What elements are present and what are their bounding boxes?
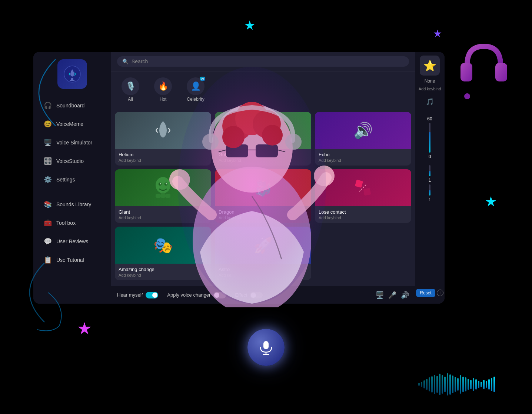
panel-keybind-label[interactable]: Add keybind <box>419 87 441 91</box>
monitor-icon[interactable]: 🖥️ <box>376 291 384 299</box>
svg-rect-40 <box>263 341 269 349</box>
tab-celebrity-label: Celebrity <box>187 97 204 102</box>
helium-keybind[interactable]: Add keybind <box>119 158 207 163</box>
sidebar-item-toolbox[interactable]: 🧰 Tool box <box>36 214 108 231</box>
svg-rect-0 <box>460 63 472 81</box>
slider-3[interactable] <box>429 184 430 196</box>
amazing-keybind[interactable]: Add keybind <box>119 273 207 277</box>
user-reviews-icon: 💬 <box>44 237 52 246</box>
apply-toggle-knob <box>214 293 219 298</box>
pitch-value: 60 <box>427 116 432 121</box>
svg-rect-18 <box>161 193 165 198</box>
voice-card-echo[interactable]: 🔊 Echo Add keybind <box>315 112 411 166</box>
tab-all[interactable]: 🎙️ All <box>117 75 144 104</box>
star-purple-top <box>433 30 442 38</box>
goblin-keybind[interactable]: Add keybind <box>219 158 307 163</box>
reset-area: Reset i <box>413 286 445 300</box>
lose-contact-keybind[interactable]: Add keybind <box>319 216 408 220</box>
voicestudio-icon: 🎛️ <box>44 157 52 165</box>
search-input-wrapper[interactable]: 🔍 <box>117 56 409 67</box>
goblin-card-image <box>215 112 311 149</box>
sidebar-item-voice-simulator[interactable]: 🖥️ Voice Simulator <box>36 134 108 151</box>
sidebar-item-voicestudio[interactable]: 🎛️ VoiceStudio <box>36 153 108 170</box>
voice-card-amazing-change[interactable]: 🎭 Amazing change Add keybind <box>115 227 211 280</box>
sidebar-item-sounds-library[interactable]: 📚 Sounds Library <box>36 196 108 213</box>
info-icon[interactable]: i <box>437 290 443 296</box>
tab-celebrity[interactable]: 👤 AI Celebrity <box>182 75 209 104</box>
tab-hot[interactable]: 🔥 Hot <box>150 75 176 104</box>
astro-name: Astro <box>219 267 307 272</box>
app-logo[interactable] <box>57 59 87 89</box>
slider-fill <box>429 132 430 153</box>
amazing-card-info: Amazing change Add keybind <box>115 264 211 280</box>
mic-bubble[interactable] <box>247 329 285 366</box>
wave-bar <box>473 378 474 391</box>
apply-voice-toggle[interactable] <box>213 292 226 298</box>
giant-keybind[interactable]: Add keybind <box>119 216 207 220</box>
wave-bar <box>449 374 451 395</box>
mic-float-button[interactable] <box>247 329 285 366</box>
sidebar-label-voicestudio: VoiceStudio <box>56 158 84 164</box>
sidebar-item-soundboard[interactable]: 🎧 Soundboard <box>36 97 108 114</box>
wave-bar <box>431 376 433 393</box>
favorite-button[interactable]: ⭐ <box>420 56 440 76</box>
dragon-keybind[interactable]: Add keybind <box>219 216 307 220</box>
helium-card-image <box>115 112 211 149</box>
slider-2[interactable] <box>429 165 430 176</box>
pitch-slider[interactable] <box>429 123 430 153</box>
apply-voice-control: Apply voice changer <box>167 292 226 298</box>
voice-card-giant[interactable]: Giant Add keybind <box>115 169 211 223</box>
tab-hot-label: Hot <box>160 97 167 102</box>
sidebar-item-user-reviews[interactable]: 💬 User Reviews <box>36 233 108 250</box>
voice-card-astro[interactable]: 🚀 Astro Add ke... <box>215 227 311 280</box>
speaker-icon[interactable]: 🔊 <box>401 291 409 299</box>
sidebar-item-voicememe[interactable]: 😊 VoiceMeme <box>36 116 108 133</box>
star-cyan-right <box>485 196 496 207</box>
voice-card-helium[interactable]: Helium Add keybind <box>115 112 211 166</box>
voice-card-dragon[interactable]: 🐉 Dragon Add keybind <box>215 169 311 223</box>
search-input[interactable] <box>132 59 404 64</box>
wave-bar <box>429 377 430 391</box>
voice-cards-area: Helium Add keybind <box>111 108 415 286</box>
tab-all-icon: 🎙️ <box>122 77 139 95</box>
svg-point-3 <box>464 93 470 99</box>
wave-bar <box>462 377 464 392</box>
dragon-name: Dragon <box>219 209 307 215</box>
wave-bar <box>493 377 495 392</box>
pitch-zero: 0 <box>429 154 431 159</box>
tab-hot-icon: 🔥 <box>154 77 172 95</box>
mic-bottom-icon[interactable]: 🎤 <box>388 291 396 299</box>
main-content: 🔍 🎙️ All 🔥 Hot 👤 AI <box>111 52 415 304</box>
hear-myself-toggle[interactable] <box>146 292 158 298</box>
star-cyan-top <box>245 20 255 31</box>
wave-bar <box>436 376 438 393</box>
voice-card-lose-contact[interactable]: Lose contact Add keybind <box>315 169 411 223</box>
wave-bar <box>447 373 448 395</box>
sidebar-item-use-tutorial[interactable]: 📋 Use Tutorial <box>36 251 108 268</box>
soundboard-icon: 🎧 <box>44 101 52 110</box>
sidebar-label-user-reviews: User Reviews <box>56 238 88 244</box>
voice-card-goblin[interactable]: Goblin Add keybind <box>215 112 311 166</box>
reset-button[interactable]: Reset <box>416 289 435 297</box>
search-bar: 🔍 <box>111 52 415 71</box>
echo-card-image: 🔊 <box>315 112 411 149</box>
toolbox-icon: 🧰 <box>44 219 52 227</box>
wave-bar <box>488 379 490 390</box>
astro-keybind[interactable]: Add ke... <box>219 273 307 277</box>
hear-myself-label: Hear myself <box>117 292 143 298</box>
effect-toggle[interactable] <box>250 292 263 298</box>
wave-bar <box>478 381 479 388</box>
astro-card-image: 🚀 <box>215 227 311 264</box>
echo-card-info: Echo Add keybind <box>315 149 411 166</box>
effect-control: Effect <box>235 292 263 298</box>
astro-card-info: Astro Add ke... <box>215 264 311 280</box>
echo-keybind[interactable]: Add keybind <box>319 158 408 163</box>
svg-rect-7 <box>70 80 74 81</box>
svg-rect-6 <box>71 79 73 80</box>
sidebar-item-settings[interactable]: ⚙️ Settings <box>36 171 108 188</box>
voicememe-icon: 😊 <box>44 120 52 128</box>
giant-card-image <box>115 169 211 206</box>
wave-bar <box>465 377 466 391</box>
hear-myself-control: Hear myself <box>117 292 158 298</box>
wave-bar <box>491 378 492 391</box>
